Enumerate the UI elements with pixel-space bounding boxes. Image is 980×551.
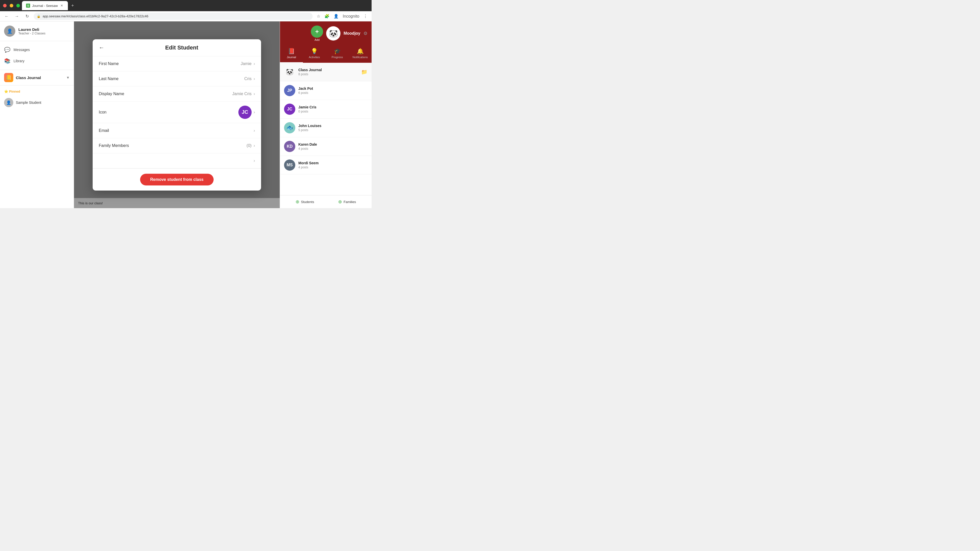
list-item-karen-dale[interactable]: KD Karen Dale 4 posts — [280, 137, 372, 156]
notifications-tab-label: Notifications — [352, 56, 368, 59]
class-journal-posts: 8 posts — [298, 73, 358, 76]
panel-student-list: 🐼 Class Journal 8 posts 📁 JP Jack Pot 6 … — [280, 63, 372, 195]
add-label: Add — [314, 38, 320, 41]
minimize-window-btn[interactable] — [10, 4, 13, 7]
pinned-student-name: Sample Student — [16, 100, 41, 105]
icon-chevron-icon: › — [254, 110, 255, 114]
tab-activities[interactable]: 💡 Activities — [303, 45, 326, 63]
email-field[interactable]: Email › — [93, 123, 261, 138]
messages-label: Messages — [14, 48, 30, 52]
folder-icon: 📁 — [361, 69, 368, 75]
nav-reload-btn[interactable]: ↻ — [24, 13, 30, 20]
edit-student-modal: ← Edit Student First Name Jamie › Last N… — [93, 39, 261, 191]
pinned-student[interactable]: 👤 Sample Student — [4, 97, 70, 109]
karen-dale-info: Karen Dale 4 posts — [298, 142, 368, 151]
settings-icon[interactable]: ⚙ — [363, 30, 368, 36]
list-item-john-louises[interactable]: 🐟 John Louises 5 posts — [280, 119, 372, 137]
john-louises-info: John Louises 5 posts — [298, 124, 368, 132]
tab-close-btn[interactable]: ✕ — [60, 3, 64, 8]
sidebar-item-library[interactable]: 📚 Library — [0, 56, 74, 67]
modal-footer: Remove student from class — [93, 168, 261, 191]
modal-body: First Name Jamie › Last Name Cris › Disp… — [93, 56, 261, 168]
students-label: Students — [301, 200, 314, 204]
jamie-cris-name: Jamie Cris — [298, 105, 368, 109]
jamie-cris-posts: 0 posts — [298, 110, 368, 113]
first-name-chevron-icon: › — [254, 62, 255, 66]
remove-student-btn[interactable]: Remove student from class — [140, 174, 214, 186]
class-journal-item[interactable]: 🐼 Class Journal 8 posts 📁 — [280, 63, 372, 81]
add-families-icon: ⊕ — [338, 199, 342, 205]
main-content-area: This is our class! ← Edit Student First … — [74, 21, 280, 208]
sidebar-item-messages[interactable]: 💬 Messages — [0, 44, 74, 56]
tab-notifications[interactable]: 🔔 Notifications — [348, 45, 372, 63]
family-members-label: Family Members — [99, 143, 247, 148]
progress-tab-icon: 🎓 — [334, 48, 341, 55]
class-journal-avatar: 🐼 — [284, 66, 295, 78]
moodjoy-label: Moodjoy — [344, 31, 360, 36]
extensions-icon[interactable]: 🧩 — [323, 13, 331, 20]
sidebar: 👤 Lauren Deli Teacher - 2 Classes 💬 Mess… — [0, 21, 74, 208]
activities-tab-label: Activities — [309, 56, 320, 59]
display-name-value: Jamie Cris — [232, 92, 251, 96]
journal-tab-label: Journal — [287, 56, 296, 59]
nav-back-btn[interactable]: ← — [3, 13, 10, 20]
family-members-value: (0) — [247, 143, 251, 148]
family-members-field[interactable]: Family Members (0) › — [93, 138, 261, 153]
profile-icon[interactable]: 👤 — [332, 13, 340, 20]
class-selector[interactable]: 📒 Class Journal ▼ — [0, 70, 74, 86]
icon-label: Icon — [99, 110, 239, 114]
add-btn[interactable]: + — [311, 25, 323, 38]
list-item-jack-pot[interactable]: JP Jack Pot 6 posts — [280, 81, 372, 100]
notifications-tab-icon: 🔔 — [357, 48, 364, 55]
new-tab-btn[interactable]: + — [69, 2, 76, 9]
lock-icon: 🔒 — [37, 14, 41, 18]
pinned-student-avatar: 👤 — [4, 98, 13, 107]
panel-bottom: ⊕ Students ⊕ Families — [280, 195, 372, 208]
messages-icon: 💬 — [4, 47, 11, 53]
class-journal-info: Class Journal 8 posts — [298, 68, 358, 76]
john-louises-name: John Louises — [298, 124, 368, 128]
modal-back-btn[interactable]: ← — [99, 44, 104, 51]
class-name: Class Journal — [16, 76, 64, 80]
tab-title: Journal - Seesaw — [32, 4, 58, 8]
sidebar-header: 👤 Lauren Deli Teacher - 2 Classes — [0, 21, 74, 41]
class-chevron-icon: ▼ — [66, 76, 70, 79]
active-tab[interactable]: S Journal - Seesaw ✕ — [22, 1, 68, 10]
maximize-window-btn[interactable] — [16, 4, 20, 7]
last-name-field[interactable]: Last Name Cris › — [93, 71, 261, 86]
families-btn[interactable]: ⊕ Families — [338, 199, 356, 205]
bookmark-icon[interactable]: ☆ — [316, 13, 321, 20]
email-label: Email — [99, 128, 251, 133]
karen-dale-posts: 4 posts — [298, 147, 368, 151]
pinned-section: ⭐ Pinned 👤 Sample Student — [0, 86, 74, 113]
tab-progress[interactable]: 🎓 Progress — [326, 45, 349, 63]
user-avatar: 👤 — [4, 25, 15, 37]
right-panel: + Add 🐼 Moodjoy ⚙ 📕 Journal 💡 Activities… — [280, 21, 372, 208]
progress-tab-label: Progress — [331, 56, 343, 59]
first-name-value: Jamie — [241, 62, 251, 66]
browser-tabs: S Journal - Seesaw ✕ + — [22, 1, 369, 10]
last-name-value: Cris — [244, 76, 251, 81]
extra-field[interactable]: › — [93, 153, 261, 168]
list-item-mordi-seem[interactable]: MS Mordi Seem 4 posts — [280, 156, 372, 175]
icon-field[interactable]: Icon JC › — [93, 102, 261, 123]
address-bar[interactable]: 🔒 app.seesaw.me/#/class/class.e01bf4c2-9… — [34, 13, 313, 20]
first-name-field[interactable]: First Name Jamie › — [93, 56, 261, 71]
journal-tab-icon: 📕 — [288, 48, 295, 55]
students-btn[interactable]: ⊕ Students — [296, 199, 314, 205]
nav-forward-btn[interactable]: → — [13, 13, 21, 20]
close-window-btn[interactable] — [3, 4, 6, 7]
karen-dale-name: Karen Dale — [298, 142, 368, 146]
display-name-field[interactable]: Display Name Jamie Cris › — [93, 86, 261, 102]
tab-journal[interactable]: 📕 Journal — [280, 45, 303, 63]
display-name-chevron-icon: › — [254, 92, 255, 96]
jack-pot-posts: 6 posts — [298, 91, 368, 95]
menu-icon[interactable]: ⋮ — [363, 13, 369, 20]
modal-title: Edit Student — [108, 44, 255, 51]
email-chevron-icon: › — [254, 128, 255, 133]
mordi-seem-info: Mordi Seem 4 posts — [298, 161, 368, 169]
mordi-seem-posts: 4 posts — [298, 165, 368, 169]
list-item-jamie-cris[interactable]: JC Jamie Cris 0 posts — [280, 100, 372, 119]
activities-tab-icon: 💡 — [311, 48, 318, 55]
display-name-label: Display Name — [99, 92, 232, 96]
